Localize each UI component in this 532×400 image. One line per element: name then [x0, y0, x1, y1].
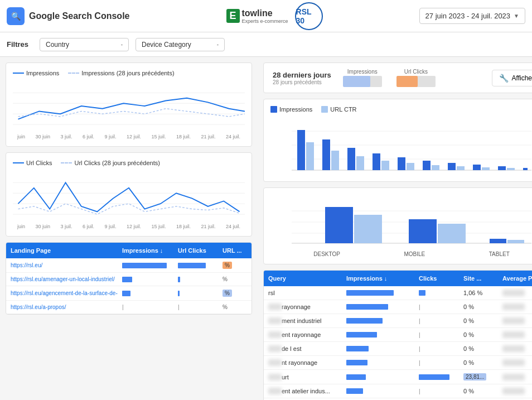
header-site-pct: Site ...: [459, 271, 498, 286]
table-row: de l est | 0 %: [264, 342, 532, 356]
urlclicks-metric-bar: [396, 76, 436, 87]
table-row: urt 23,81...: [264, 370, 532, 384]
landing-impressions-bar: [118, 286, 173, 300]
period-label: 28 derniers jours 28 jours précédents: [273, 71, 331, 85]
impressions-chart-card: Impressions Impressions (28 jours précéd…: [6, 62, 252, 147]
impressions-metric-bar: [343, 76, 382, 87]
legend-imp-label: Impressions: [279, 106, 312, 113]
query-clicks-bar: |: [414, 300, 459, 314]
table-row: https://rsl.eu/agencement-de-la-surface-…: [6, 286, 252, 301]
svg-rect-30: [523, 168, 528, 170]
svg-rect-40: [507, 240, 524, 243]
impressions-svg: [13, 81, 245, 131]
legend-urlclicks: Url Clicks: [13, 160, 52, 166]
pct-axis-label: 0%: [270, 195, 532, 200]
towline-name: towline: [242, 8, 288, 18]
query-chart-legend: Impressions URL CTR: [270, 106, 532, 113]
svg-rect-25: [457, 166, 465, 170]
query-table: Query Impressions ↓ Clicks Site ... Aver…: [263, 270, 532, 400]
bar-fill: [346, 304, 388, 310]
urlclicks-metric: Url Clicks: [394, 69, 438, 87]
bar-fill: [346, 388, 363, 394]
bar-fill: [346, 360, 367, 365]
query-avg-position: [498, 328, 532, 341]
period-main: 28 derniers jours: [273, 71, 331, 79]
svg-rect-37: [409, 219, 437, 243]
date-range-text: 27 juin 2023 - 24 juil. 2023: [425, 12, 511, 20]
towline-e-icon: E: [226, 9, 240, 23]
header-query-impressions[interactable]: Impressions ↓: [342, 271, 414, 286]
query-avg-position: [498, 286, 532, 300]
svg-rect-23: [432, 165, 439, 170]
device-bar-chart-card: 0% DESKTOP MOBILE TABLET: [263, 187, 532, 264]
query-avg-position: [498, 356, 532, 369]
query-text: de l est: [264, 342, 342, 355]
table-row: ent atelier indus... | 0 %: [264, 384, 532, 398]
query-table-header: Query Impressions ↓ Clicks Site ... Aver…: [264, 271, 532, 286]
landing-urlclicks-bar: |: [173, 301, 218, 314]
urlclicks-chart-card: Url Clicks Url Clicks (28 jours précéden…: [6, 152, 252, 237]
table-row: rayonnage | 0 %: [264, 300, 532, 314]
legend-imp-square: [270, 106, 277, 113]
bar-fill: [419, 374, 449, 380]
device-filter-arrow: -: [217, 41, 219, 47]
bar-fill: [122, 291, 130, 296]
landing-page-url[interactable]: https://rsl.eu/: [6, 258, 118, 272]
landing-url-pct: %: [218, 286, 252, 300]
header-clicks[interactable]: Clicks: [414, 271, 459, 286]
query-site-pct: 0 %: [459, 328, 498, 341]
device-filter[interactable]: Device Category -: [136, 38, 225, 51]
landing-page-url[interactable]: https://rsl.eu/a-propos/: [6, 301, 118, 314]
svg-rect-27: [482, 167, 490, 170]
svg-rect-17: [356, 156, 364, 170]
country-filter[interactable]: Country -: [40, 38, 129, 51]
bar-fill: [178, 277, 180, 282]
landing-page-url[interactable]: https://rsl.eu/amenager-un-local-industr…: [6, 273, 118, 286]
header: 🔍 Google Search Console E towline Expert…: [0, 0, 532, 32]
bar-fill: [346, 318, 383, 324]
query-text: rsl: [264, 286, 342, 300]
query-bar-chart-card: Impressions URL CTR: [263, 99, 532, 182]
country-filter-arrow: -: [121, 41, 123, 47]
bar-fill: [346, 290, 394, 296]
bar-fill: [122, 277, 132, 282]
landing-urlclicks-bar: [173, 273, 218, 286]
left-panel: Impressions Impressions (28 jours précéd…: [0, 57, 258, 400]
legend-line-blue2: [13, 162, 24, 163]
query-site-pct: 0 %: [459, 342, 498, 355]
pct-text: %: [223, 276, 228, 282]
urlclicks-x-axis: juin 30 juin 3 juil. 6 juil. 9 juil. 12 …: [13, 224, 245, 229]
query-avg-position: [498, 370, 532, 384]
period-sub: 28 jours précédents: [273, 79, 331, 85]
query-text: rayonnage: [264, 300, 342, 314]
pct-badge: 23,81...: [463, 373, 486, 380]
header-url-clicks[interactable]: Url Clicks: [173, 243, 218, 258]
legend-impressions-label: Impressions: [26, 70, 59, 76]
afficher-button[interactable]: 🔧 Afficher l...: [492, 70, 532, 86]
device-filter-label: Device Category: [142, 41, 191, 49]
table-row: https://rsl.eu/amenager-un-local-industr…: [6, 273, 252, 286]
legend-impressions: Impressions: [13, 70, 59, 76]
landing-urlclicks-bar: [173, 258, 218, 272]
landing-url-pct: %: [218, 301, 252, 314]
query-clicks-bar: |: [414, 342, 459, 355]
svg-rect-21: [407, 163, 414, 170]
device-desktop-label: DESKTOP: [313, 251, 340, 257]
header-impressions[interactable]: Impressions ↓: [118, 243, 173, 258]
query-text: nt rayonnage: [264, 356, 342, 369]
impressions-legend: Impressions Impressions (28 jours précéd…: [13, 70, 245, 76]
legend-line-blue: [13, 73, 24, 74]
svg-rect-29: [507, 168, 515, 170]
query-site-pct: 0 %: [459, 300, 498, 314]
query-text: ent rayonnage: [264, 328, 342, 341]
legend-ctr-square: [321, 106, 328, 113]
date-range-picker[interactable]: 27 juin 2023 - 24 juil. 2023 ▼: [419, 8, 525, 24]
legend-urlclicks-prev-label: Url Clicks (28 jours précédents): [74, 160, 159, 166]
query-text: urt: [264, 370, 342, 384]
wrench-icon: 🔧: [499, 74, 509, 83]
legend-dashed-blue: [68, 73, 79, 74]
query-text: ent atelier indus...: [264, 384, 342, 398]
landing-page-table-header: Landing Page Impressions ↓ Url Clicks UR…: [6, 243, 252, 258]
landing-page-url[interactable]: https://rsl.eu/agencement-de-la-surface-…: [6, 286, 118, 300]
query-site-pct: 0 %: [459, 384, 498, 398]
